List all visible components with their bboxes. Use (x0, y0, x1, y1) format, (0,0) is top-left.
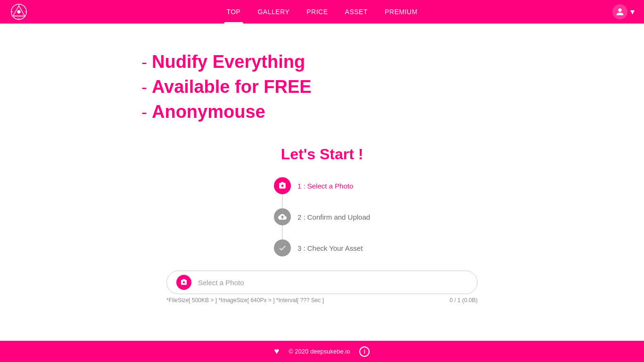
step-3-icon (274, 239, 291, 256)
step-1-icon (274, 177, 291, 194)
file-input-camera-icon (176, 275, 191, 290)
hero-dash-3: - (141, 104, 147, 121)
step-2-icon (274, 208, 291, 225)
footer-info-icon[interactable]: i (359, 346, 370, 357)
footer: ♥ © 2020 deepsukebe.io i (0, 341, 644, 362)
hero-text-anon: Anonymouse (152, 102, 265, 122)
step-1: 1 : Select a Photo (274, 177, 353, 194)
step-2: 2 : Confirm and Upload (274, 208, 370, 225)
svg-point-2 (17, 10, 20, 13)
step-1-label: 1 : Select a Photo (297, 182, 353, 190)
nav-links: TOP GALLERY PRICE ASSET PREMIUM (218, 0, 426, 24)
navbar: TOP GALLERY PRICE ASSET PREMIUM ▾ (0, 0, 644, 24)
file-input-area[interactable]: Select a Photo (166, 271, 478, 294)
nav-premium[interactable]: PREMIUM (376, 0, 426, 24)
hero-item-1: - Nudify Everything (141, 52, 312, 72)
hero-items: - Nudify Everything - Available for FREE… (141, 52, 312, 127)
hero-item-2: - Available for FREE (141, 77, 312, 97)
nav-gallery[interactable]: GALLERY (249, 0, 298, 24)
hero-dash-2: - (141, 79, 147, 96)
hero-text-free: Available for FREE (152, 77, 312, 97)
step-connector-1 (274, 194, 291, 208)
hero-item-3: - Anonymouse (141, 102, 312, 122)
navbar-right: ▾ (612, 4, 635, 19)
hero-text-nudify: Nudify Everything (152, 52, 305, 72)
file-meta-right: 0 / 1 (0.0B) (450, 297, 478, 304)
nav-price[interactable]: PRICE (298, 0, 336, 24)
nav-asset[interactable]: ASSET (337, 0, 376, 24)
steps-container: 1 : Select a Photo 2 : Confirm and Uploa… (274, 177, 370, 256)
logo[interactable] (9, 2, 28, 21)
footer-copyright: © 2020 deepsukebe.io (289, 348, 350, 355)
step-connector-2 (274, 225, 291, 239)
file-input-placeholder: Select a Photo (198, 279, 244, 287)
step-2-label: 2 : Confirm and Upload (297, 213, 370, 221)
account-dropdown-arrow[interactable]: ▾ (630, 7, 635, 17)
account-icon[interactable] (612, 4, 627, 19)
step-3: 3 : Check Your Asset (274, 239, 363, 256)
main-content: - Nudify Everything - Available for FREE… (0, 24, 644, 341)
file-meta: *FileSize[ 500KB > ] *ImageSize[ 640Px >… (166, 297, 478, 304)
step-3-label: 3 : Check Your Asset (297, 244, 363, 252)
file-meta-left: *FileSize[ 500KB > ] *ImageSize[ 640Px >… (166, 297, 324, 304)
hero-dash-1: - (141, 54, 147, 71)
nav-top[interactable]: TOP (218, 0, 249, 24)
lets-start-title: Let's Start ! (281, 146, 363, 163)
footer-heart-icon[interactable]: ♥ (274, 346, 280, 356)
